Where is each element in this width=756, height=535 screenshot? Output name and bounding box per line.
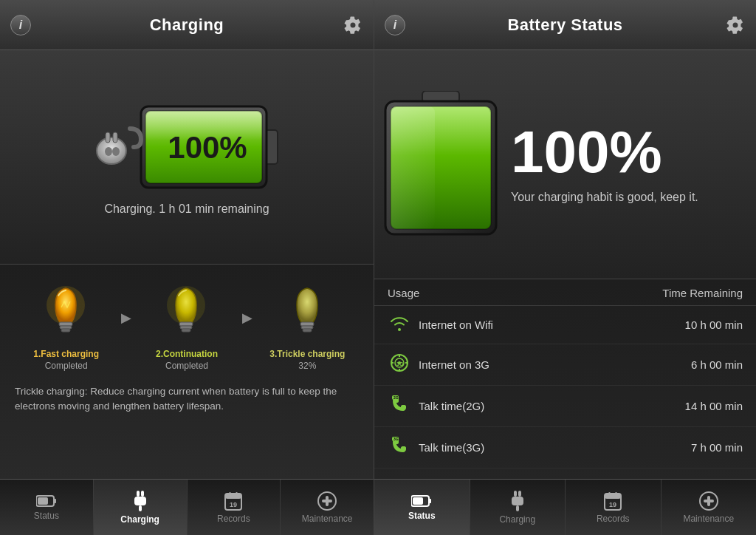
left-nav-records[interactable]: 19 Records [188,480,281,535]
plug-icon [89,117,148,177]
svg-point-4 [112,147,120,156]
3g-talk-label: Talk time(3G) [419,441,691,454]
battery-percent-right: 100% [511,123,662,182]
right-nav-charging[interactable]: Charging [470,480,566,535]
svg-rect-60 [516,505,519,511]
left-title: Charging [150,16,224,35]
svg-rect-18 [182,329,190,332]
stage2-status: Completed [165,361,208,371]
svg-rect-40 [391,106,435,229]
svg-point-3 [105,147,112,156]
wifi-label: Internet on Wifi [419,318,685,331]
svg-rect-19 [300,322,314,326]
usage-row-wifi: Internet on Wifi 10 h 00 min [374,306,756,344]
right-nav-status[interactable]: Status [374,480,470,535]
right-nav-records[interactable]: 19 Records [566,480,662,535]
svg-rect-26 [141,491,144,497]
right-title: Battery Status [507,16,622,35]
svg-rect-21 [303,329,312,332]
usage-row-3g-talk: 3G Talk time(3G) 7 h 00 min [374,427,756,468]
right-nav-maintenance-label: Maintenance [683,514,734,524]
svg-rect-12 [59,322,72,326]
plug-nav-icon-right [510,491,525,511]
stage3-label: 3.Trickle charging [269,349,345,359]
stage3-status: 32% [298,361,316,371]
right-nav-records-label: Records [597,514,630,524]
left-info-button[interactable]: i [10,15,31,35]
svg-rect-57 [514,491,517,497]
svg-rect-27 [134,497,146,505]
svg-rect-23 [54,499,56,503]
3g-phone-icon: 3G [388,436,411,459]
stage-arrow-1: ▶ [121,310,131,326]
svg-rect-62 [605,494,621,499]
svg-rect-65 [615,492,617,496]
svg-rect-28 [139,505,142,511]
svg-rect-59 [512,497,523,505]
svg-rect-36 [322,500,332,502]
battery-icon-right [382,91,500,239]
right-nav-charging-label: Charging [499,514,535,525]
battery-status-info: 100% Your charging habit is good, keep i… [511,123,698,205]
svg-rect-56 [413,497,423,505]
battery-nav-icon-right [411,494,432,508]
svg-text:100%: 100% [168,130,247,165]
svg-rect-68 [704,500,714,502]
left-nav-charging[interactable]: Charging [94,480,188,535]
left-nav-maintenance-label: Maintenance [302,514,353,524]
bulb-fast-icon [42,279,90,346]
left-nav-status-label: Status [34,511,59,521]
svg-rect-24 [38,497,48,505]
battery-status-display: 100% Your charging habit is good, keep i… [374,50,756,279]
svg-rect-64 [608,492,611,496]
svg-text:19: 19 [230,501,237,508]
left-header: i Charging [0,0,374,50]
stage2-label: 2.Continuation [156,349,218,359]
right-bottom-nav: Status Charging 19 Records [374,479,756,535]
calendar-nav-icon-right: 19 [604,491,622,511]
gear-icon-right [726,16,744,34]
usage-row-2g-talk: 2G Talk time(2G) 14 h 00 min [374,386,756,427]
svg-rect-16 [179,322,193,326]
svg-rect-2 [113,132,117,143]
svg-text:2G: 2G [394,395,399,400]
svg-rect-55 [429,499,431,503]
battery-nav-icon [36,494,57,508]
svg-text:3G: 3G [396,361,404,367]
bulb-trickle-icon [284,279,331,346]
plus-nav-icon [317,491,337,511]
svg-rect-17 [180,326,192,329]
left-nav-status[interactable]: Status [0,480,94,535]
stage1-status: Completed [45,361,88,371]
battery-habit-text: Your charging habit is good, keep it. [511,189,698,205]
svg-rect-33 [236,492,238,496]
2g-talk-label: Talk time(2G) [419,400,685,412]
svg-rect-58 [518,491,521,497]
usage-col-header: Usage [388,287,419,299]
3g-icon: 3G [388,353,411,376]
right-nav-maintenance[interactable]: Maintenance [662,480,757,535]
svg-rect-14 [61,329,70,332]
svg-rect-20 [301,326,313,329]
left-settings-button[interactable] [343,15,363,35]
svg-text:19: 19 [609,501,616,508]
svg-rect-25 [137,491,140,497]
svg-rect-30 [225,494,241,499]
charging-status-text: Charging. 1 h 01 min remaining [104,202,269,216]
3g-time: 6 h 00 min [691,358,743,371]
time-col-header: Time Remaining [662,287,743,299]
battery-icon-left: 100% [137,99,285,195]
left-panel: i Charging [0,0,374,535]
right-settings-button[interactable] [725,15,746,35]
2g-phone-icon: 2G [388,395,411,418]
stage-continuation: 2.Continuation Completed [131,279,241,371]
right-info-button[interactable]: i [385,15,405,35]
left-nav-charging-label: Charging [120,514,159,525]
usage-table: Usage Time Remaining Internet on Wifi 10… [374,279,756,479]
calendar-nav-icon: 19 [224,491,242,511]
stage1-label: 1.Fast charging [33,349,99,359]
left-nav-maintenance[interactable]: Maintenance [281,480,374,535]
right-panel: i Battery Status [374,0,756,535]
charging-display: 100% Charging. 1 h 01 min remaining [0,50,374,265]
wifi-icon [388,315,411,335]
